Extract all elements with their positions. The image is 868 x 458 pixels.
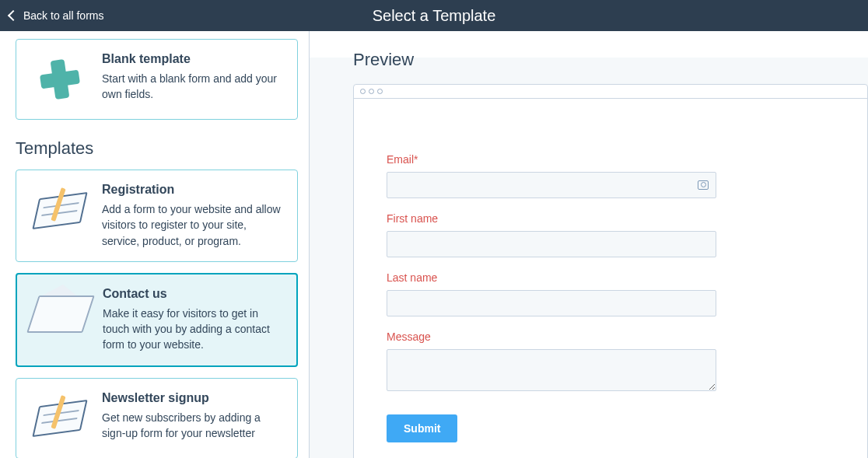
card-title: Blank template <box>102 52 285 66</box>
back-to-forms-link[interactable]: Back to all forms <box>0 9 103 22</box>
card-desc: Get new subscribers by adding a sign-up … <box>102 410 285 442</box>
template-card-registration[interactable]: Registration Add a form to your website … <box>16 170 298 262</box>
notepad-icon <box>29 391 91 446</box>
window-dot-icon <box>377 89 383 94</box>
window-dot-icon <box>360 89 366 94</box>
card-title: Contact us <box>103 287 284 301</box>
template-sidebar: Blank template Start with a blank form a… <box>0 31 310 458</box>
plus-icon <box>29 52 91 107</box>
templates-heading: Templates <box>16 138 298 159</box>
email-label: Email* <box>387 153 727 166</box>
email-field[interactable] <box>387 172 716 198</box>
submit-button[interactable]: Submit <box>387 414 457 442</box>
preview-form: Email* First name Last name Message <box>354 99 727 458</box>
card-title: Registration <box>102 183 285 197</box>
template-card-contact-us[interactable]: Contact us Make it easy for visitors to … <box>16 273 298 367</box>
last-name-label: Last name <box>387 271 727 284</box>
card-title: Newsletter signup <box>102 391 285 405</box>
notepad-icon <box>29 183 91 237</box>
first-name-label: First name <box>387 212 727 225</box>
browser-controls <box>354 85 867 99</box>
preview-heading: Preview <box>353 50 868 70</box>
template-card-blank[interactable]: Blank template Start with a blank form a… <box>16 39 298 120</box>
content-area: Blank template Start with a blank form a… <box>0 31 868 458</box>
preview-panel: Preview Email* First name <box>310 31 868 458</box>
template-card-newsletter[interactable]: Newsletter signup Get new subscribers by… <box>16 378 298 458</box>
page-header: Back to all forms Select a Template <box>0 0 868 31</box>
card-desc: Make it easy for visitors to get in touc… <box>103 306 284 353</box>
last-name-field[interactable] <box>387 290 716 316</box>
page-title: Select a Template <box>373 7 496 25</box>
message-label: Message <box>387 330 727 343</box>
card-desc: Start with a blank form and add your own… <box>102 71 285 103</box>
window-dot-icon <box>369 89 374 94</box>
contact-card-icon <box>698 180 709 190</box>
card-desc: Add a form to your website and allow vis… <box>102 201 285 249</box>
preview-browser-frame: Email* First name Last name Message <box>353 84 868 458</box>
chevron-left-icon <box>8 10 19 21</box>
envelope-icon <box>30 287 92 341</box>
first-name-field[interactable] <box>387 231 716 257</box>
message-field[interactable] <box>387 349 716 391</box>
back-label: Back to all forms <box>23 9 103 22</box>
